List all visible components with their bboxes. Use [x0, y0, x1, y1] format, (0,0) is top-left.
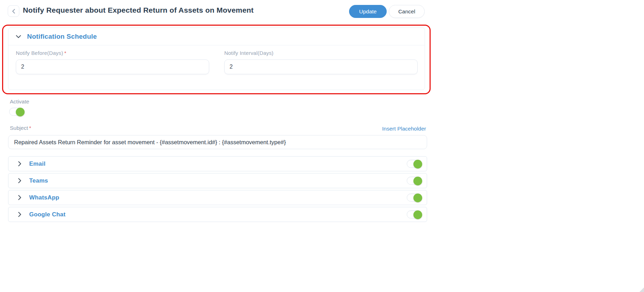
- channel-label-email: Email: [29, 160, 45, 167]
- chevron-down-icon: [16, 35, 21, 38]
- back-button[interactable]: [8, 5, 19, 17]
- google-chat-toggle[interactable]: [407, 210, 422, 218]
- channel-label-whatsapp: WhatsApp: [29, 194, 59, 201]
- notify-interval-input[interactable]: [224, 59, 418, 74]
- email-toggle[interactable]: [407, 160, 422, 168]
- insert-placeholder-link[interactable]: Insert Placeholder: [375, 126, 426, 132]
- channel-label-google-chat: Google Chat: [29, 211, 65, 218]
- toggle-knob: [413, 210, 422, 219]
- notification-schedule-header[interactable]: Notification Schedule: [8, 28, 425, 45]
- chevron-right-icon: [18, 178, 21, 183]
- header-actions: Update Cancel: [349, 5, 425, 18]
- page-title: Notify Requester about Expected Return o…: [23, 6, 254, 14]
- teams-toggle[interactable]: [407, 177, 422, 185]
- activate-toggle[interactable]: [9, 108, 24, 116]
- cancel-button[interactable]: Cancel: [389, 5, 425, 18]
- notification-settings-page: Notify Requester about Expected Return o…: [0, 0, 644, 292]
- subject-input[interactable]: [8, 135, 427, 149]
- toggle-knob: [16, 108, 25, 116]
- page-header: Notify Requester about Expected Return o…: [0, 0, 644, 23]
- notification-schedule-body: Notify Before(Days)* Notify Interval(Day…: [8, 45, 425, 74]
- notify-interval-label: Notify Interval(Days): [224, 50, 273, 56]
- channel-row-teams[interactable]: Teams: [8, 173, 427, 188]
- chevron-left-icon: [12, 9, 15, 14]
- notification-schedule-section: Notification Schedule Notify Before(Days…: [8, 27, 425, 90]
- chevron-right-icon: [18, 195, 21, 200]
- channel-label-teams: Teams: [29, 177, 48, 184]
- notify-before-label: Notify Before(Days): [16, 50, 63, 56]
- channel-row-google-chat[interactable]: Google Chat: [8, 207, 427, 222]
- notify-before-field-group: Notify Before(Days)*: [16, 50, 209, 74]
- channel-row-whatsapp[interactable]: WhatsApp: [8, 190, 427, 205]
- notify-interval-field-group: Notify Interval(Days): [224, 50, 418, 74]
- subject-label: Subject*: [10, 125, 31, 131]
- toggle-knob: [413, 160, 422, 169]
- chevron-right-icon: [18, 161, 21, 166]
- required-marker: *: [64, 50, 66, 56]
- highlight-annotation-box: Notification Schedule Notify Before(Days…: [2, 25, 431, 94]
- activate-label: Activate: [10, 99, 29, 105]
- notify-before-input[interactable]: [16, 59, 209, 74]
- update-button[interactable]: Update: [349, 5, 387, 18]
- toggle-knob: [413, 177, 422, 185]
- channel-row-email[interactable]: Email: [8, 156, 427, 171]
- resize-grip: [639, 287, 644, 292]
- chevron-right-icon: [18, 212, 21, 217]
- required-marker: *: [29, 125, 31, 131]
- notification-schedule-title: Notification Schedule: [27, 33, 97, 40]
- whatsapp-toggle[interactable]: [407, 193, 422, 202]
- toggle-knob: [413, 193, 422, 202]
